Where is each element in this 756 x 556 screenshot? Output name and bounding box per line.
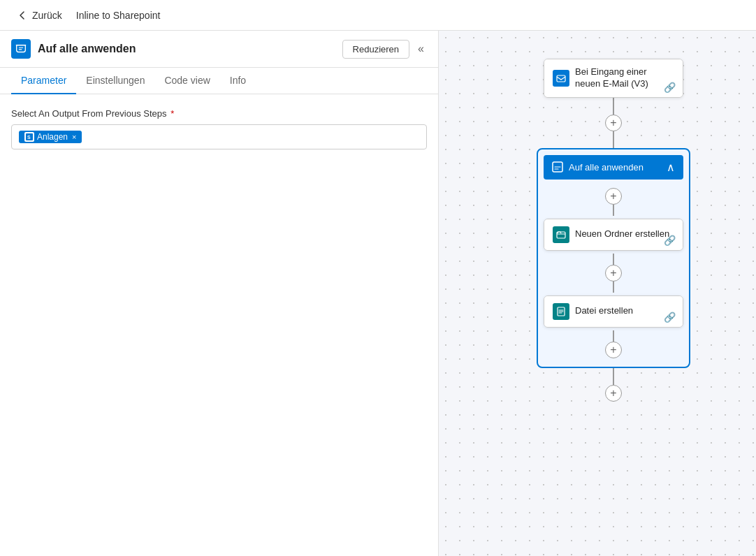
left-panel: Auf alle anwenden Reduzieren « Parameter… [0, 31, 439, 556]
inner-connector-1: + [544, 254, 683, 293]
back-label: Zurück [32, 10, 62, 21]
tag-input-field[interactable]: S Anlagen × [11, 124, 427, 149]
page-title: Inline to Sharepoint [76, 10, 161, 21]
add-step-inner-2-button[interactable]: + [605, 342, 622, 358]
tab-codeview[interactable]: Code view [154, 68, 219, 94]
add-step-1-button[interactable]: + [605, 115, 622, 131]
tab-info[interactable]: Info [220, 68, 256, 94]
flow-canvas-panel: Bei Eingang einer neuen E-Mail (V3) 🔗 + [439, 31, 756, 556]
trigger-title: Bei Eingang einer neuen E-Mail (V3) [575, 66, 674, 90]
panel-title: Auf alle anwenden [38, 43, 342, 55]
add-step-inner-0-button[interactable]: + [605, 188, 622, 205]
tab-einstellungen[interactable]: Einstellungen [76, 68, 154, 94]
bottom-line [613, 368, 614, 385]
inner-line-2 [613, 330, 614, 342]
tabs-container: Parameter Einstellungen Code view Info [0, 68, 438, 94]
new-folder-node[interactable]: Neuen Ordner erstellen 🔗 [544, 219, 683, 251]
container-collapse-button[interactable]: ∧ [667, 161, 675, 174]
trigger-icon [553, 70, 569, 87]
inner-connector-2: + [544, 330, 683, 358]
connector-1: + [605, 98, 622, 148]
svg-text:S: S [27, 135, 31, 140]
tag-anlagen: S Anlagen × [19, 131, 82, 143]
create-file-title: Datei erstellen [575, 305, 633, 317]
inner-line-1b [613, 281, 614, 293]
top-bar: Zurück Inline to Sharepoint [0, 0, 756, 31]
new-folder-link-icon: 🔗 [664, 235, 676, 246]
inner-connector-0: + [544, 188, 683, 216]
container-content: + [544, 185, 683, 361]
flow-canvas: Bei Eingang einer neuen E-Mail (V3) 🔗 + [537, 59, 690, 402]
trigger-section: Bei Eingang einer neuen E-Mail (V3) 🔗 + [537, 59, 690, 402]
create-file-link-icon: 🔗 [664, 312, 676, 323]
reduce-button[interactable]: Reduzieren [342, 40, 410, 59]
field-label: Select An Output From Previous Steps * [11, 108, 427, 119]
add-step-inner-1-button[interactable]: + [605, 265, 622, 281]
panel-icon [11, 39, 31, 59]
trigger-node[interactable]: Bei Eingang einer neuen E-Mail (V3) 🔗 [544, 59, 683, 98]
inner-line-0 [613, 205, 614, 216]
svg-rect-2 [557, 75, 565, 82]
add-step-bottom-button[interactable]: + [605, 385, 622, 402]
container-header: Auf alle anwenden ∧ [544, 155, 683, 180]
back-button[interactable]: Zurück [11, 7, 68, 24]
inner-line-1a [613, 254, 614, 265]
new-folder-icon [553, 226, 569, 243]
container-header-left: Auf alle anwenden [552, 161, 644, 173]
apply-all-container: Auf alle anwenden ∧ + [537, 148, 690, 368]
connector-line-1 [613, 98, 614, 115]
tab-parameter[interactable]: Parameter [11, 68, 76, 94]
tag-remove-button[interactable]: × [72, 133, 76, 141]
container-title: Auf alle anwenden [569, 162, 644, 173]
connector-line-2 [613, 131, 614, 148]
trigger-link-icon: 🔗 [664, 82, 676, 93]
collapse-panel-button[interactable]: « [415, 40, 427, 58]
tag-sharepoint-icon: S [24, 132, 34, 142]
panel-header: Auf alle anwenden Reduzieren « [0, 31, 438, 68]
connector-bottom: + [605, 368, 622, 402]
tag-label: Anlagen [37, 132, 68, 142]
back-arrow-icon [17, 10, 28, 21]
loop-icon [15, 43, 27, 55]
main-layout: Auf alle anwenden Reduzieren « Parameter… [0, 31, 756, 556]
container-loop-icon [552, 161, 563, 173]
new-folder-title: Neuen Ordner erstellen [575, 228, 669, 240]
panel-content: Select An Output From Previous Steps * S… [0, 94, 438, 556]
create-file-icon [553, 303, 569, 320]
create-file-node[interactable]: Datei erstellen 🔗 [544, 295, 683, 328]
